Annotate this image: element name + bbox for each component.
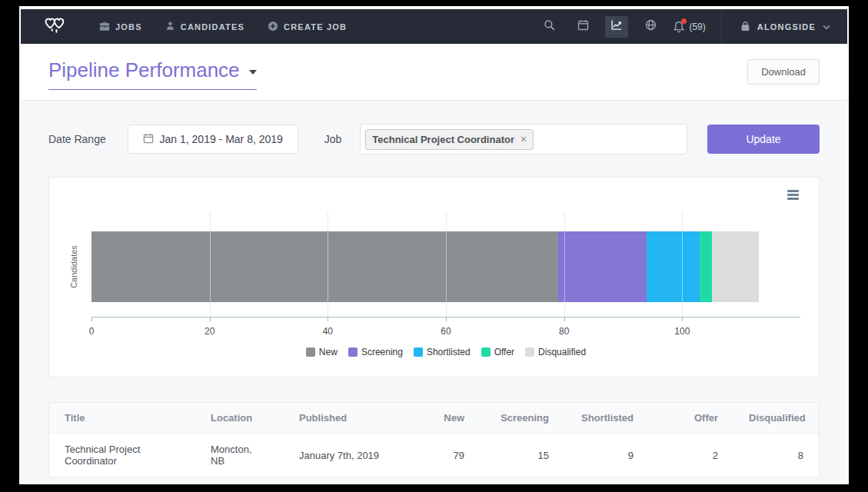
plus-circle-icon	[268, 21, 278, 33]
pipeline-chart-card: Candidates 020406080100 NewScreeningShor…	[48, 177, 820, 377]
legend-swatch	[481, 347, 491, 357]
legend-item-screening[interactable]: Screening	[348, 347, 403, 357]
remove-tag-icon[interactable]: ×	[520, 134, 527, 145]
calendar-icon	[143, 133, 154, 146]
table-header-row: TitleLocationPublishedNewScreeningShortl…	[49, 403, 819, 434]
caret-down-icon	[249, 70, 257, 75]
update-button[interactable]: Update	[707, 125, 820, 154]
x-tick-label: 80	[559, 326, 569, 337]
nav-item-candidates[interactable]: CANDIDATES	[165, 21, 244, 32]
legend-label: Disqualified	[538, 347, 586, 357]
main-content: Date Range Jan 1, 2019 - Mar 8, 2019 Job…	[19, 101, 849, 484]
x-tickmark	[91, 317, 92, 321]
job-label: Job	[324, 133, 342, 145]
x-tick-label: 0	[89, 326, 95, 337]
chart-menu-icon[interactable]	[787, 190, 799, 200]
legend-swatch	[348, 347, 358, 357]
briefcase-icon	[99, 21, 110, 33]
table-cell: Moncton, NB	[195, 434, 284, 477]
job-select-input[interactable]: Technical Project Coordinator ×	[360, 124, 687, 155]
app-window: JOBS CANDIDATES	[19, 6, 849, 484]
column-header: Shortlisted	[564, 403, 649, 434]
search-icon	[544, 19, 555, 34]
y-axis-label: Candidates	[69, 245, 78, 288]
table-cell: 79	[426, 434, 480, 477]
bar-segment-offer[interactable]	[700, 231, 711, 302]
x-gridline-overlay	[210, 231, 211, 302]
lock-icon	[740, 21, 750, 33]
column-header: Disqualified	[733, 403, 819, 434]
legend-label: Offer	[494, 347, 514, 357]
legend-swatch	[414, 347, 423, 357]
x-gridline-overlay	[328, 231, 328, 302]
chevron-down-icon	[823, 22, 830, 32]
x-gridline-overlay	[564, 231, 565, 302]
nav-item-create-job[interactable]: CREATE JOB	[268, 21, 347, 33]
column-header: Published	[284, 403, 426, 434]
table-body: Technical Project CoordinatorMoncton, NB…	[49, 434, 819, 477]
column-header: Screening	[480, 403, 564, 434]
column-header: Title	[49, 403, 195, 434]
legend-swatch	[525, 347, 534, 357]
user-icon	[165, 21, 175, 32]
x-tickmark	[682, 317, 683, 321]
x-tick-label: 40	[323, 326, 333, 337]
globe-icon	[645, 19, 657, 34]
account-menu[interactable]: ALONGSIDE	[722, 21, 830, 33]
globe-button[interactable]	[639, 16, 662, 38]
calendar-icon	[577, 19, 589, 34]
nav-item-label: CANDIDATES	[181, 22, 244, 32]
search-button[interactable]	[537, 16, 560, 38]
legend-item-new[interactable]: New	[306, 347, 338, 357]
table-cell: Technical Project Coordinator	[49, 434, 195, 477]
date-range-value: Jan 1, 2019 - Mar 8, 2019	[160, 133, 283, 145]
x-tick-label: 20	[205, 326, 215, 337]
results-table: TitleLocationPublishedNewScreeningShortl…	[49, 403, 819, 477]
legend-item-shortlisted[interactable]: Shortlisted	[414, 347, 471, 357]
nav-item-label: CREATE JOB	[284, 22, 347, 32]
notifications-button[interactable]: (59)	[673, 21, 705, 33]
table-cell: January 7th, 2019	[284, 434, 426, 477]
download-button[interactable]: Download	[747, 59, 820, 85]
table-row: Technical Project CoordinatorMoncton, NB…	[49, 434, 819, 477]
job-tag-label: Technical Project Coordinator	[372, 134, 514, 145]
page-title: Pipeline Performance	[48, 58, 240, 82]
nav-item-jobs[interactable]: JOBS	[99, 21, 142, 33]
table-cell: 9	[564, 434, 649, 477]
date-range-input[interactable]: Jan 1, 2019 - Mar 8, 2019	[128, 125, 298, 154]
page-header: Pipeline Performance Download	[19, 44, 849, 101]
account-name: ALONGSIDE	[757, 22, 816, 32]
bar-segment-new[interactable]	[91, 231, 558, 302]
legend-swatch	[306, 347, 315, 357]
nav-item-label: JOBS	[115, 22, 142, 32]
results-table-card: TitleLocationPublishedNewScreeningShortl…	[48, 402, 820, 477]
report-type-dropdown[interactable]: Pipeline Performance	[48, 58, 257, 90]
x-tickmark	[328, 317, 328, 321]
calendar-button[interactable]	[571, 16, 594, 38]
table-cell: 15	[480, 434, 564, 477]
x-gridline-overlay	[682, 231, 683, 302]
x-tick-label: 100	[674, 326, 690, 337]
top-navbar: JOBS CANDIDATES	[21, 9, 847, 44]
brand-logo[interactable]	[44, 15, 73, 38]
bar-segment-disqualified[interactable]	[712, 231, 759, 302]
column-header: Location	[195, 403, 284, 434]
bell-icon	[673, 21, 685, 33]
filters-bar: Date Range Jan 1, 2019 - Mar 8, 2019 Job…	[48, 124, 820, 155]
stacked-bar	[91, 231, 800, 302]
notification-dot	[681, 18, 687, 24]
x-tick-label: 60	[441, 326, 451, 337]
hearts-logo-icon	[44, 15, 73, 38]
legend-item-disqualified[interactable]: Disqualified	[525, 347, 586, 357]
reports-button[interactable]	[605, 16, 628, 38]
x-tickmark	[210, 317, 211, 321]
legend-item-offer[interactable]: Offer	[481, 347, 514, 357]
line-chart-icon	[610, 19, 623, 34]
column-header: Offer	[649, 403, 733, 434]
table-cell: 8	[733, 434, 819, 477]
bar-segment-shortlisted[interactable]	[647, 231, 700, 302]
bar-segment-screening[interactable]	[558, 231, 647, 302]
legend-label: New	[319, 347, 338, 357]
date-range-label: Date Range	[48, 133, 106, 145]
column-header: New	[426, 403, 480, 434]
